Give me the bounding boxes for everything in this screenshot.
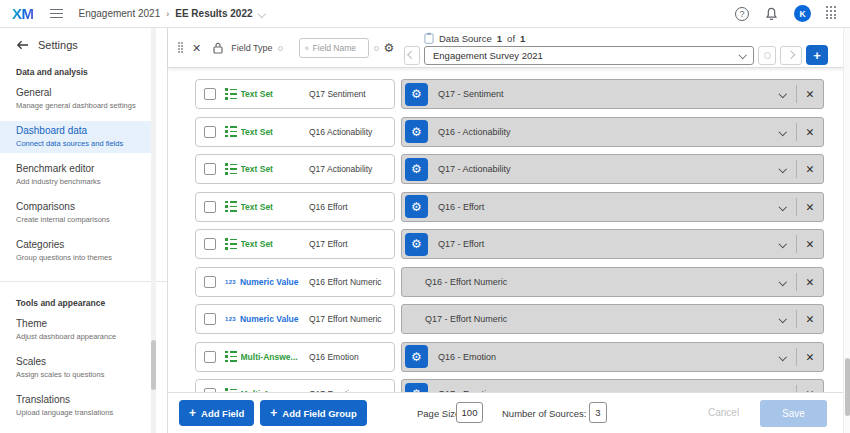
remove-field-button[interactable]: ✕ [797,163,823,175]
field-card[interactable]: Text Set Q17 Effort [195,229,395,259]
mapped-field-bar[interactable]: ⚙ Q16 - Emotion ✕ [401,342,824,372]
field-name-search[interactable] [299,38,369,58]
save-button[interactable]: Save [760,400,827,427]
settings-back[interactable]: Settings [0,28,167,51]
field-checkbox[interactable] [204,88,216,100]
field-checkbox[interactable] [204,351,216,363]
field-card[interactable]: Multi-Answe... Q16 Emotion [195,342,395,372]
remove-field-button[interactable]: ✕ [797,201,823,213]
field-settings-button[interactable]: ⚙ [405,383,428,393]
topbar-actions: ? K [735,5,838,22]
data-source-dropdown[interactable]: Engagement Survey 2021 [424,46,754,65]
mapped-field-bar[interactable]: ⚙ Q17 - Emotion ✕ [401,379,824,392]
field-card[interactable]: Text Set Q17 Sentiment [195,79,395,109]
mapped-field-bar[interactable]: Q17 - Effort Numeric ✕ [401,304,824,334]
add-data-source-button[interactable]: + [806,45,828,65]
help-icon[interactable]: ? [735,7,749,21]
sidebar-item-comparisons[interactable]: Comparisons Create internal comparisons [0,197,153,229]
breadcrumb-caret-icon[interactable] [257,10,265,18]
cancel-button[interactable]: Cancel [708,407,739,418]
field-settings-button[interactable]: ⚙ [405,83,428,106]
field-checkbox[interactable] [204,238,216,250]
field-type-label: Multi-Answe... [241,352,298,362]
sidebar-item-theme[interactable]: Theme Adjust dashboard appearance [0,314,153,346]
expand-field-button[interactable] [770,241,796,247]
field-card[interactable]: Text Set Q17 Actionability [195,154,395,184]
field-settings-button[interactable]: ⚙ [405,345,428,368]
chevron-down-icon [779,278,787,286]
next-data-source-button[interactable] [780,46,802,65]
remove-field-button[interactable]: ✕ [797,88,823,100]
sidebar-item-general[interactable]: General Manage general dashboard setting… [0,83,153,115]
sidebar-item-scales[interactable]: Scales Assign scales to questions [0,352,153,384]
mapped-field-bar[interactable]: Q16 - Effort Numeric ✕ [401,267,824,297]
sort-icon[interactable] [278,46,283,51]
mapped-field-bar[interactable]: ⚙ Q17 - Sentiment ✕ [401,79,824,109]
apps-grid-icon[interactable] [826,6,838,20]
hamburger-menu-icon[interactable] [50,9,63,19]
field-settings-button[interactable]: ⚙ [405,233,428,256]
sidebar-scrollbar-thumb[interactable] [151,340,156,390]
sidebar-sections: Data and analysis General Manage general… [0,67,167,422]
field-name-search-input[interactable] [313,43,363,53]
mapped-field-bar[interactable]: ⚙ Q16 - Effort ✕ [401,192,824,222]
mapped-field-bar[interactable]: ⚙ Q16 - Actionability ✕ [401,117,824,147]
clear-selection-icon[interactable]: ✕ [192,42,201,55]
field-settings-button[interactable]: ⚙ [405,120,428,143]
notifications-bell-icon[interactable] [764,6,779,22]
expand-field-button[interactable] [770,129,796,135]
add-field-button[interactable]: + Add Field [179,400,254,426]
field-card[interactable]: Text Set Q16 Actionability [195,117,395,147]
field-checkbox[interactable] [204,201,216,213]
field-card[interactable]: Text Set Q16 Effort [195,192,395,222]
main-scrollbar-track[interactable] [843,28,850,433]
drag-handle-icon[interactable] [178,42,184,54]
sidebar-item-translations[interactable]: Translations Upload language translation… [0,390,153,422]
field-type: Text Set [225,126,309,138]
search-icon [305,44,309,53]
field-card[interactable]: Multi-Answe... Q17 Emotion [195,379,395,392]
sidebar-item-title: Scales [16,356,145,368]
expand-field-button[interactable] [770,91,796,97]
remove-field-button[interactable]: ✕ [797,238,823,250]
field-checkbox[interactable] [204,126,216,138]
breadcrumb-project[interactable]: Engagement 2021 [79,8,161,19]
chevron-down-icon [779,203,787,211]
mapped-field-bar[interactable]: ⚙ Q17 - Actionability ✕ [401,154,824,184]
main-scrollbar-thumb[interactable] [845,358,850,416]
field-checkbox[interactable] [204,313,216,325]
field-card[interactable]: 123 Numeric Value Q16 Effort Numeric [195,267,395,297]
field-type-label: Text Set [241,127,273,137]
expand-field-button[interactable] [770,354,796,360]
mapped-field-bar[interactable]: ⚙ Q17 - Effort ✕ [401,229,824,259]
sidebar-item-benchmark-editor[interactable]: Benchmark editor Add industry benchmarks [0,159,153,191]
expand-field-button[interactable] [770,279,796,285]
remove-field-button[interactable]: ✕ [797,351,823,363]
add-field-group-button[interactable]: + Add Field Group [260,400,366,426]
expand-field-button[interactable] [770,204,796,210]
sidebar-item-dashboard-data[interactable]: Dashboard data Connect data sources and … [0,121,153,153]
breadcrumb-dashboard[interactable]: EE Results 2022 [175,8,252,19]
field-checkbox[interactable] [204,163,216,175]
plus-icon: + [270,406,277,420]
number-of-sources-input[interactable] [589,402,607,423]
field-settings-button[interactable]: ⚙ [405,158,428,181]
sync-fields-gear-icon[interactable]: ⚙ [384,41,395,55]
prev-data-source-button[interactable] [404,46,420,65]
user-avatar[interactable]: K [794,5,811,22]
field-type: Multi-Answe... [225,351,309,363]
expand-field-button[interactable] [770,166,796,172]
page-size-input[interactable] [456,402,483,423]
field-type-column-header[interactable]: Field Type [231,43,272,53]
remove-field-button[interactable]: ✕ [797,313,823,325]
field-type-label: Text Set [241,239,273,249]
sidebar-item-categories[interactable]: Categories Group questions into themes [0,235,153,267]
field-checkbox[interactable] [204,276,216,288]
data-source-status-button[interactable] [758,46,776,65]
field-settings-button[interactable]: ⚙ [405,195,428,218]
expand-field-button[interactable] [770,316,796,322]
field-card[interactable]: 123 Numeric Value Q17 Effort Numeric [195,304,395,334]
remove-field-button[interactable]: ✕ [797,126,823,138]
remove-field-button[interactable]: ✕ [797,276,823,288]
chevron-down-icon [779,165,787,173]
